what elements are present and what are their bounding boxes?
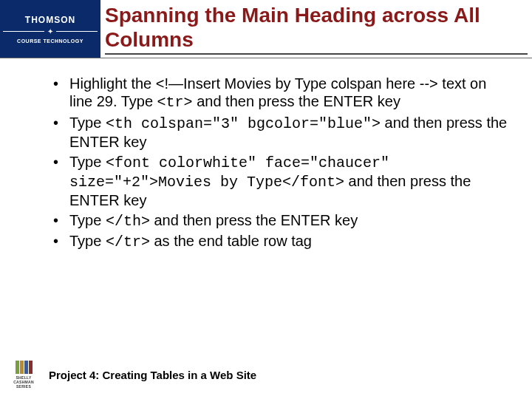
bullet-list: Highlight the <!—Insert Movies by Type c… (50, 75, 508, 252)
series-label: SHELLY CASHMAN SERIES (7, 375, 40, 389)
list-item: Type <font colorwhite" face="chaucer" si… (50, 153, 508, 210)
body-text: Type (69, 212, 106, 228)
code-text: </tr> (106, 233, 150, 250)
body-text: Type (69, 154, 106, 170)
book-icon (16, 361, 19, 374)
body-text: and then press the ENTER key (150, 212, 358, 228)
thomson-logo: THOMSON ✦ COURSE TECHNOLOGY (0, 0, 100, 58)
list-item: Highlight the <!—Insert Movies by Type c… (50, 75, 508, 112)
list-item: Type <th colspan="3" bgcolor="blue"> and… (50, 114, 508, 151)
slide: THOMSON ✦ COURSE TECHNOLOGY Spanning the… (0, 0, 532, 399)
shelly-cashman-logo: SHELLY CASHMAN SERIES (7, 361, 40, 389)
body: Highlight the <!—Insert Movies by Type c… (0, 58, 532, 399)
header: THOMSON ✦ COURSE TECHNOLOGY Spanning the… (0, 0, 532, 58)
footer: SHELLY CASHMAN SERIES Project 4: Creatin… (0, 361, 532, 389)
book-icon (20, 361, 24, 374)
logo-divider: ✦ (0, 28, 100, 35)
title-block: Spanning the Main Heading across All Col… (100, 0, 532, 58)
book-icon (29, 361, 33, 374)
code-text: <font colorwhite" face="chaucer" size="+… (69, 154, 389, 191)
logo-bottom-text: COURSE TECHNOLOGY (17, 38, 83, 44)
logo-line-right (56, 31, 98, 32)
code-text: <tr> (157, 94, 193, 111)
body-text: and then press the ENTER key (193, 93, 400, 109)
star-icon: ✦ (47, 28, 53, 35)
list-item: Type </th> and then press the ENTER key (50, 211, 508, 231)
logo-line-left (3, 31, 44, 32)
list-item: Type </tr> as the end table row tag (50, 232, 508, 251)
book-icon (24, 361, 28, 374)
footer-text: Project 4: Creating Tables in a Web Site (49, 369, 256, 381)
body-text: Type (69, 115, 106, 131)
code-text: <th colspan="3" bgcolor="blue"> (106, 115, 381, 132)
body-text: Type (69, 233, 106, 249)
code-text: </th> (106, 213, 150, 230)
body-text: as the end table row tag (150, 233, 312, 249)
slide-title: Spanning the Main Heading across All Col… (105, 3, 528, 55)
logo-top-text: THOMSON (25, 15, 75, 25)
books-icon (16, 361, 33, 374)
